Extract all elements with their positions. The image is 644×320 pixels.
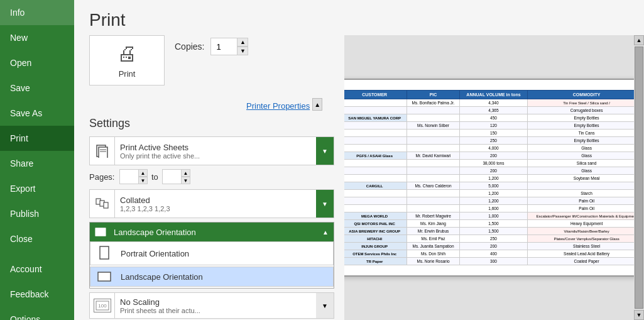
scaling-dropdown[interactable]: 100 No Scaling Print sheets at their act… <box>89 292 334 319</box>
collated-dropdown-arrow[interactable]: ▼ <box>316 190 334 218</box>
copies-input-wrap: ▲ ▼ <box>210 38 248 55</box>
pages-from-down[interactable]: ▼ <box>138 177 148 184</box>
table-cell <box>344 137 407 145</box>
pages-to-down[interactable]: ▼ <box>181 177 190 184</box>
table-cell <box>344 99 407 107</box>
table-cell: INJUN GROUP <box>344 243 407 250</box>
print-button[interactable]: 🖨 Print <box>89 35 165 86</box>
table-cell: 38,000 tons <box>460 160 527 167</box>
sidebar-item-save[interactable]: Save <box>0 75 74 101</box>
sidebar-item-account[interactable]: Account <box>0 257 74 282</box>
left-panel: 🖨 Print Copies: ▲ ▼ <box>74 35 344 320</box>
table-cell <box>407 190 460 197</box>
table-cell: PGFS / ASAHI Glass <box>344 152 407 160</box>
orientation-active[interactable]: Landscape Orientation ▲ <box>90 223 334 241</box>
table-cell: 4,000 <box>460 145 527 152</box>
preview-scrollbar: ▲ ▼ <box>634 35 644 320</box>
table-cell <box>527 182 644 190</box>
table-cell: Ms. Emil Paz <box>407 235 460 243</box>
col-customer: CUSTOMER <box>344 91 407 99</box>
landscape-active-label: Landscape Orientation <box>114 228 317 237</box>
sidebar-item-close[interactable]: Close <box>0 226 74 251</box>
scaling-dropdown-arrow[interactable]: ▼ <box>316 293 334 318</box>
pages-to-up[interactable]: ▲ <box>181 169 190 177</box>
table-cell: 300 <box>460 258 527 265</box>
table-cell: MEGA WORLD <box>344 212 407 220</box>
table-cell: Ms. Bonifacio Palma Jr. <box>407 99 460 107</box>
table-cell <box>344 160 407 167</box>
table-cell: Palm Oil <box>527 197 644 205</box>
sidebar-item-options[interactable]: Options <box>0 307 74 320</box>
table-cell: Glass <box>527 145 644 152</box>
portrait-option[interactable]: Portrait Orientation <box>90 241 334 265</box>
table-row: PGFS / ASAHI GlassMr. David Kamiwari200G… <box>344 152 644 160</box>
table-row: 1,200Starch <box>344 190 644 197</box>
portrait-option-label: Portrait Orientation <box>121 249 189 258</box>
col-volume: ANNUAL VOLUME in tons <box>460 91 527 99</box>
landscape-option[interactable]: Landscape Orientation <box>90 267 334 287</box>
sheets-dropdown-arrow[interactable]: ▼ <box>316 137 334 165</box>
copies-down-button[interactable]: ▼ <box>237 47 248 55</box>
scroll-thumb[interactable] <box>635 47 643 309</box>
svg-rect-10 <box>100 246 109 259</box>
table-cell: Ms. Norie Rosario <box>407 258 460 265</box>
table-cell: 250 <box>460 235 527 243</box>
table-cell: Palm Oil <box>527 205 644 212</box>
scroll-up-arrow[interactable]: ▲ <box>634 35 644 45</box>
sidebar-item-print[interactable]: Print <box>0 126 74 151</box>
table-cell: 1,000 <box>460 212 527 220</box>
scroll-up-button[interactable]: ▲ <box>312 98 322 111</box>
settings-title: Settings <box>89 117 334 130</box>
table-row: HITACHIMs. Emil Paz250Plates/Cover Varnp… <box>344 235 644 243</box>
sidebar-item-publish[interactable]: Publish <box>0 201 74 226</box>
copies-row: Copies: ▲ ▼ <box>175 38 334 55</box>
table-row: ASIA BREWERY INC GROUPMr. Erwin Brubus1,… <box>344 228 644 235</box>
table-cell: Ms. Charo Calderon <box>407 182 460 190</box>
sidebar-item-info[interactable]: Info <box>0 0 74 25</box>
table-row: Ms. Norwin Silber120Empty Bottles <box>344 122 644 130</box>
table-row: CARGILLMs. Charo Calderon5,000 <box>344 182 644 190</box>
table-row: 4,000Glass <box>344 145 644 152</box>
table-row: 200Glass <box>344 167 644 175</box>
table-cell <box>407 205 460 212</box>
scroll-down-arrow[interactable]: ▼ <box>634 310 644 320</box>
table-cell: 1,500 <box>460 220 527 228</box>
main-content: Print 🖨 Print Copies: <box>74 0 644 320</box>
settings-section: Settings Print Active Sheets Only prin <box>89 117 334 319</box>
pages-from-up[interactable]: ▲ <box>138 169 148 177</box>
table-cell <box>407 175 460 182</box>
table-cell: 1,200 <box>460 190 527 197</box>
table-cell <box>407 114 460 122</box>
printer-properties-link[interactable]: Printer Properties <box>246 101 310 111</box>
table-cell: 4,365 <box>460 107 527 114</box>
table-cell: Ms. Kim Jiang <box>407 220 460 228</box>
table-cell <box>344 145 407 152</box>
copies-label: Copies: <box>175 41 204 52</box>
table-cell: Plates/Cover Varnplus/Separator Glass <box>527 235 644 243</box>
orientation-dropdown-arrow[interactable]: ▲ <box>322 229 329 236</box>
scaling-sub-text: Print sheets at their actu... <box>120 307 311 314</box>
collated-dropdown[interactable]: Collated 1,2,3 1,2,3 1,2,3 ▼ <box>89 189 334 218</box>
scaling-main-text: No Scaling <box>120 297 311 307</box>
table-row: OTEM Services Phils IncMs. Don Shih400Se… <box>344 250 644 258</box>
collated-main-text: Collated <box>120 196 311 205</box>
print-active-sheets-dropdown[interactable]: Print Active Sheets Only print the activ… <box>89 136 334 165</box>
table-row: 4,365Corrugated boxes <box>344 107 644 114</box>
table-cell <box>407 197 460 205</box>
sidebar-item-feedback[interactable]: Feedback <box>0 282 74 307</box>
table-cell: Coated Paper <box>527 258 644 265</box>
preview-panel: CUSTOMER PIC ANNUAL VOLUME in tons COMMO… <box>344 35 644 320</box>
sheets-main-text: Print Active Sheets <box>120 143 311 152</box>
print-button-area: 🖨 Print <box>89 35 165 86</box>
printer-props-row: Printer Properties ▲ <box>89 98 334 111</box>
table-cell <box>407 160 460 167</box>
orientation-panel: Landscape Orientation ▲ Portrait Orienta… <box>89 222 334 289</box>
sidebar-item-save-as[interactable]: Save As <box>0 101 74 126</box>
sidebar-item-share[interactable]: Share <box>0 151 74 176</box>
sidebar-item-new[interactable]: New <box>0 25 74 50</box>
sidebar-item-open[interactable]: Open <box>0 50 74 75</box>
svg-rect-1 <box>99 147 107 158</box>
sidebar-item-export[interactable]: Export <box>0 176 74 201</box>
page-title-bar: Print <box>74 0 644 35</box>
copies-up-button[interactable]: ▲ <box>237 38 248 47</box>
